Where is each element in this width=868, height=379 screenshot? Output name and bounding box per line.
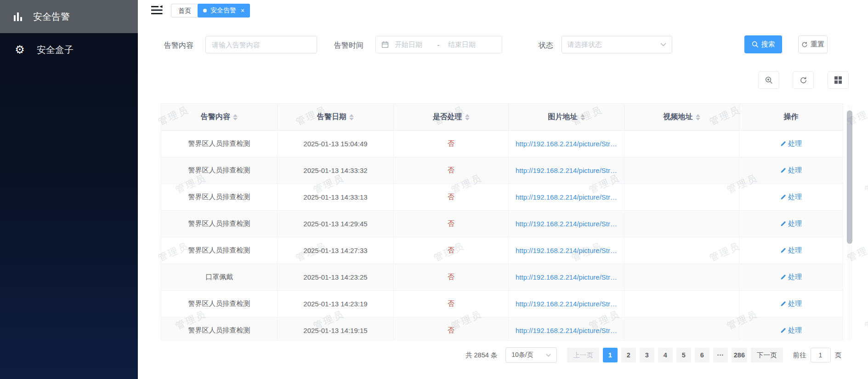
handle-action-link[interactable]: 处理 — [780, 166, 802, 175]
next-page-button[interactable]: 下一页 — [751, 348, 783, 362]
end-date-placeholder[interactable]: 结束日期 — [448, 40, 486, 49]
table-body: 警界区人员排查检测2025-01-13 15:04:49否http://192.… — [161, 131, 843, 341]
table-row: 警界区人员排查检测2025-01-13 15:04:49否http://192.… — [161, 131, 843, 157]
column-header[interactable]: 告警日期 — [278, 104, 394, 131]
status-select[interactable]: 请选择状态 — [562, 36, 672, 53]
cell-action: 处理 — [739, 291, 843, 317]
cell-video-url — [624, 317, 739, 341]
handled-value: 否 — [448, 193, 454, 201]
handle-action-link[interactable]: 处理 — [780, 273, 802, 281]
close-icon[interactable]: × — [241, 7, 244, 14]
chevron-down-icon — [546, 354, 551, 357]
tab-home[interactable]: 首页 — [171, 4, 199, 17]
pencil-icon — [780, 247, 786, 253]
date-range-picker[interactable]: 开始日期 - 结束日期 — [375, 36, 502, 53]
table-row: 警界区人员排查检测2025-01-13 14:19:15否http://192.… — [161, 317, 843, 341]
sort-caret-icon[interactable] — [465, 114, 470, 121]
table-row: 口罩佩戴2025-01-13 14:23:25否http://192.168.2… — [161, 264, 843, 291]
sidebar: 安全告警 ⚙ 安全盒子 — [0, 0, 138, 379]
grid-icon — [834, 76, 842, 84]
sort-caret-icon[interactable] — [696, 114, 700, 121]
sort-caret-icon[interactable] — [580, 114, 585, 121]
goto-label: 前往 — [793, 351, 806, 360]
page-button[interactable]: 3 — [640, 348, 654, 362]
handle-action-link[interactable]: 处理 — [780, 139, 802, 148]
handle-action-link[interactable]: 处理 — [780, 193, 802, 201]
cell-video-url — [624, 184, 739, 211]
handled-value: 否 — [448, 246, 454, 254]
handle-action-link[interactable]: 处理 — [780, 219, 802, 228]
column-label: 是否处理 — [433, 113, 462, 121]
chevron-down-icon — [660, 43, 666, 46]
alert-time-label: 告警时间 — [334, 41, 363, 51]
column-header[interactable]: 告警内容 — [161, 104, 278, 131]
sidebar-item-security-alert[interactable]: 安全告警 — [0, 0, 138, 33]
handle-action-link[interactable]: 处理 — [780, 299, 802, 308]
refresh-icon — [800, 76, 807, 84]
page-size-value: 10条/页 — [511, 351, 533, 359]
pencil-icon — [780, 274, 786, 280]
picture-link[interactable]: http://192.168.2.214/picture/Str… — [516, 327, 617, 334]
page-size-select[interactable]: 10条/页 — [505, 347, 557, 363]
picture-link[interactable]: http://192.168.2.214/picture/Str… — [516, 273, 617, 281]
cell-alert-date: 2025-01-13 14:23:25 — [278, 264, 394, 291]
column-header[interactable]: 是否处理 — [394, 104, 509, 131]
cell-handled: 否 — [394, 184, 509, 211]
cell-alert-content: 警界区人员排查检测 — [161, 184, 278, 211]
page-button[interactable]: 5 — [676, 348, 691, 362]
tab-security-alert[interactable]: 安全告警 × — [198, 4, 250, 17]
column-header[interactable]: 图片地址 — [509, 104, 624, 131]
picture-link[interactable]: http://192.168.2.214/picture/Str… — [516, 193, 617, 201]
reset-button[interactable]: 重置 — [798, 35, 828, 53]
cell-picture-url: http://192.168.2.214/picture/Str… — [509, 211, 624, 237]
column-header: 操作 — [739, 104, 843, 131]
start-date-placeholder[interactable]: 开始日期 — [395, 40, 432, 49]
main-content: 首页 安全告警 × 告警内容 告警时间 开始日期 - 结束日期 状态 请选择状态 — [138, 0, 868, 379]
pager-ellipsis[interactable]: ··· — [713, 348, 728, 362]
pencil-icon — [780, 221, 786, 227]
picture-link[interactable]: http://192.168.2.214/picture/Str… — [516, 220, 617, 228]
alert-content-label: 告警内容 — [164, 41, 193, 51]
cell-action: 处理 — [739, 184, 843, 211]
column-settings-button[interactable] — [828, 71, 849, 89]
refresh-button[interactable] — [793, 71, 814, 89]
page-button[interactable]: 4 — [658, 348, 673, 362]
cell-action: 处理 — [739, 264, 843, 291]
prev-page-button[interactable]: 上一页 — [567, 348, 599, 362]
goto-page-input[interactable] — [811, 348, 831, 362]
picture-link[interactable]: http://192.168.2.214/picture/Str… — [516, 300, 617, 308]
sort-caret-icon[interactable] — [233, 114, 238, 121]
zoom-in-button[interactable] — [758, 71, 779, 89]
cell-alert-date: 2025-01-13 14:33:32 — [278, 157, 394, 184]
alert-content-input[interactable] — [205, 36, 317, 53]
cell-alert-content: 警界区人员排查检测 — [161, 211, 278, 237]
cell-alert-date: 2025-01-13 14:29:45 — [278, 211, 394, 237]
picture-link[interactable]: http://192.168.2.214/picture/Str… — [516, 247, 617, 254]
sort-caret-icon[interactable] — [349, 114, 354, 121]
goto-suffix: 页 — [835, 351, 842, 360]
search-button[interactable]: 搜索 — [744, 35, 782, 53]
scrollbar-thumb[interactable] — [847, 110, 852, 244]
picture-link[interactable]: http://192.168.2.214/picture/Str… — [516, 140, 617, 148]
menu-fold-icon[interactable] — [151, 5, 163, 15]
page-button[interactable]: 2 — [621, 348, 636, 362]
cell-handled: 否 — [394, 264, 509, 291]
search-icon — [752, 41, 759, 48]
cell-alert-content: 警界区人员排查检测 — [161, 131, 278, 157]
column-header[interactable]: 视频地址 — [624, 104, 739, 131]
page-button[interactable]: 1 — [603, 348, 618, 362]
active-tab-dot-icon — [203, 9, 207, 12]
watermark-text: 管理员 — [863, 172, 868, 196]
calendar-icon — [381, 41, 389, 48]
status-label: 状态 — [539, 41, 553, 51]
column-label: 视频地址 — [664, 113, 693, 121]
sidebar-item-security-box[interactable]: ⚙ 安全盒子 — [0, 33, 138, 66]
cell-video-url — [624, 157, 739, 184]
picture-link[interactable]: http://192.168.2.214/picture/Str… — [516, 167, 617, 174]
page-button[interactable]: 6 — [695, 348, 709, 362]
cell-action: 处理 — [739, 317, 843, 341]
handle-action-link[interactable]: 处理 — [780, 326, 802, 335]
handle-action-link[interactable]: 处理 — [780, 246, 802, 255]
page-button[interactable]: 286 — [732, 348, 747, 362]
table-row: 警界区人员排查检测2025-01-13 14:33:32否http://192.… — [161, 157, 843, 184]
